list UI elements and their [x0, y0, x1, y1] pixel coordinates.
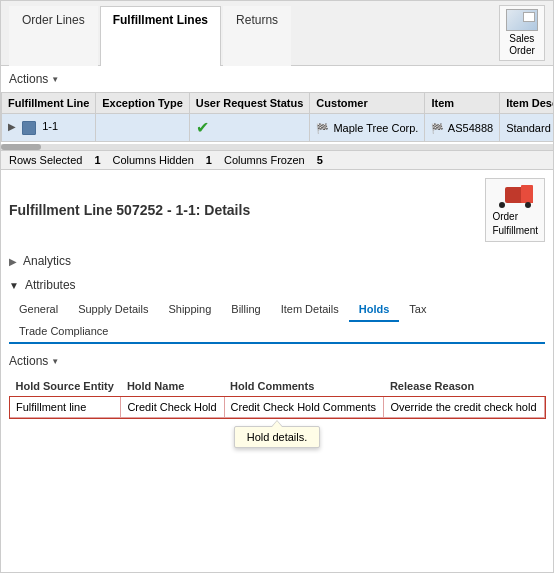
inner-actions-arrow-icon: ▼ — [51, 357, 59, 366]
tab-tax[interactable]: Tax — [399, 298, 436, 322]
cell-item: 🏁 AS54888 — [425, 114, 500, 142]
holds-table-row[interactable]: Fulfillment line Credit Check Hold Credi… — [10, 397, 545, 418]
tab-fulfillment-lines[interactable]: Fulfillment Lines — [100, 6, 221, 66]
tooltip-wrapper: Hold details. — [9, 426, 545, 448]
inner-tabs: General Supply Details Shipping Billing … — [9, 298, 545, 344]
col-header-exception-type: Exception Type — [96, 93, 189, 114]
columns-frozen-value: 5 — [317, 154, 323, 166]
holds-col-source-entity: Hold Source Entity — [10, 376, 121, 397]
cell-fulfillment-line: ▶ 1-1 — [2, 114, 96, 142]
details-header: Fulfillment Line 507252 - 1-1: Details O… — [9, 178, 545, 242]
attributes-expand-icon: ▼ — [9, 280, 19, 291]
tab-item-details[interactable]: Item Details — [271, 298, 349, 322]
status-check-icon: ✔ — [196, 119, 209, 136]
cell-customer: 🏁 Maple Tree Corp. — [310, 114, 425, 142]
analytics-section[interactable]: ▶ Analytics — [9, 250, 545, 272]
actions-label: Actions — [9, 72, 48, 86]
tab-trade-compliance[interactable]: Trade Compliance — [9, 320, 118, 344]
tab-general[interactable]: General — [9, 298, 68, 322]
cell-item-description: Standard Desktop — [500, 114, 553, 142]
item-flag-icon: 🏁 — [431, 123, 443, 134]
col-header-customer: Customer — [310, 93, 425, 114]
customer-value: Maple Tree Corp. — [333, 122, 418, 134]
tab-billing[interactable]: Billing — [221, 298, 270, 322]
analytics-label: Analytics — [23, 254, 71, 268]
fulfillment-lines-table: Fulfillment Line Exception Type User Req… — [1, 92, 553, 150]
status-bar: Rows Selected 1 Columns Hidden 1 Columns… — [1, 150, 553, 170]
tab-order-lines[interactable]: Order Lines — [9, 6, 98, 66]
cell-exception-type — [96, 114, 189, 142]
order-fulfillment-label: OrderFulfillment — [492, 210, 538, 238]
actions-arrow-icon: ▼ — [51, 75, 59, 84]
holds-cell-comments: Credit Check Hold Comments — [224, 397, 384, 418]
tooltip-text: Hold details. — [247, 431, 308, 443]
col-header-item-description: Item Description — [500, 93, 553, 114]
tab-returns[interactable]: Returns — [223, 6, 291, 66]
analytics-expand-icon: ▶ — [9, 256, 17, 267]
sales-order-button[interactable]: SalesOrder — [499, 5, 545, 61]
hold-details-tooltip: Hold details. — [234, 426, 321, 448]
rows-selected-label: Rows Selected — [9, 154, 82, 166]
columns-hidden-label: Columns Hidden — [113, 154, 194, 166]
columns-frozen-label: Columns Frozen — [224, 154, 305, 166]
sales-order-icon — [506, 9, 538, 31]
inner-actions-label: Actions — [9, 354, 48, 368]
col-header-fulfillment-line: Fulfillment Line — [2, 93, 96, 114]
order-fulfillment-button[interactable]: OrderFulfillment — [485, 178, 545, 242]
cell-user-request-status: ✔ — [189, 114, 310, 142]
fulfillment-line-value: 1-1 — [42, 120, 58, 132]
details-title: Fulfillment Line 507252 - 1-1: Details — [9, 202, 477, 218]
tab-holds[interactable]: Holds — [349, 298, 400, 322]
sales-order-label: SalesOrder — [509, 33, 535, 57]
attributes-section[interactable]: ▼ Attributes — [9, 274, 545, 296]
holds-cell-release-reason: Override the credit check hold — [384, 397, 545, 418]
item-value: AS54888 — [448, 122, 493, 134]
holds-col-name: Hold Name — [121, 376, 224, 397]
holds-cell-source-entity: Fulfillment line — [10, 397, 121, 418]
col-header-user-request-status: User Request Status — [189, 93, 310, 114]
columns-hidden-value: 1 — [206, 154, 212, 166]
row-type-icon — [22, 121, 36, 135]
order-fulfillment-icon — [497, 182, 533, 208]
tab-shipping[interactable]: Shipping — [158, 298, 221, 322]
tab-supply-details[interactable]: Supply Details — [68, 298, 158, 322]
rows-selected-value: 1 — [94, 154, 100, 166]
details-section: Fulfillment Line 507252 - 1-1: Details O… — [1, 170, 553, 448]
holds-table: Hold Source Entity Hold Name Hold Commen… — [9, 376, 545, 418]
table-row[interactable]: ▶ 1-1 ✔ 🏁 Maple Tree Corp. 🏁 AS54888 — [2, 114, 554, 142]
expand-icon[interactable]: ▶ — [8, 121, 16, 132]
actions-button[interactable]: Actions ▼ — [9, 72, 59, 86]
holds-cell-name: Credit Check Hold — [121, 397, 224, 418]
attributes-label: Attributes — [25, 278, 76, 292]
customer-flag-icon: 🏁 — [316, 123, 328, 134]
inner-actions-bar: Actions ▼ — [9, 350, 545, 374]
item-description-value: Standard Desktop — [506, 122, 553, 134]
col-header-item: Item — [425, 93, 500, 114]
holds-col-release-reason: Release Reason — [384, 376, 545, 397]
inner-actions-button[interactable]: Actions ▼ — [9, 354, 59, 368]
actions-bar: Actions ▼ — [1, 66, 553, 92]
holds-col-comments: Hold Comments — [224, 376, 384, 397]
